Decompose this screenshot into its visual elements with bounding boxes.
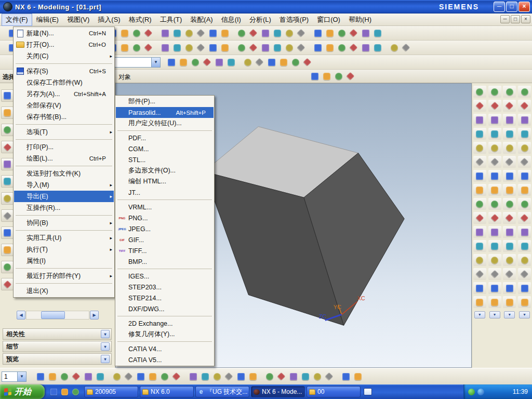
- toolbar-icon[interactable]: [183, 42, 195, 54]
- menubar-item[interactable]: 编辑(E): [32, 14, 63, 26]
- menu-item[interactable]: BMP...: [116, 256, 214, 267]
- menubar-item[interactable]: 分析(L): [245, 14, 275, 26]
- toolbar-icon[interactable]: [388, 42, 400, 54]
- navigator-section-header[interactable]: 细节▾: [3, 341, 112, 352]
- toolbar-icon[interactable]: [247, 42, 259, 54]
- toolbar-icon[interactable]: [1, 261, 14, 273]
- menu-item[interactable]: 全部保存(V): [14, 100, 114, 111]
- toolbar-icon[interactable]: [275, 370, 287, 382]
- menubar-item[interactable]: 格式(R): [125, 14, 156, 26]
- menu-item[interactable]: 新建(N)...Ctrl+N: [14, 28, 114, 39]
- toolbar-icon[interactable]: [142, 42, 154, 54]
- toolbar-icon[interactable]: [207, 42, 219, 54]
- toolbar-icon[interactable]: [195, 42, 207, 54]
- toolbar-icon[interactable]: [118, 27, 130, 39]
- toolbar-icon[interactable]: [488, 184, 501, 196]
- toolbar-icon[interactable]: [71, 387, 80, 396]
- toolbar-icon[interactable]: [123, 370, 135, 382]
- menu-item[interactable]: CATIA V4...: [116, 343, 214, 354]
- toolbar-icon[interactable]: [219, 27, 231, 39]
- task-button[interactable]: 00: [307, 386, 361, 397]
- menubar-item[interactable]: 视图(V): [63, 14, 94, 26]
- toolbar-icon[interactable]: [332, 70, 344, 82]
- menu-item[interactable]: 绘图(L)...Ctrl+P: [14, 153, 114, 164]
- toolbar-icon[interactable]: [225, 56, 237, 68]
- toolbar-icon[interactable]: [488, 212, 501, 224]
- toolbar-icon[interactable]: [488, 226, 501, 238]
- menu-item[interactable]: 多边形文件(O)...: [116, 165, 214, 176]
- toolbar-icon[interactable]: [271, 42, 283, 54]
- toolbar-icon[interactable]: [309, 70, 321, 82]
- menu-item[interactable]: 修复几何体(Y)...: [116, 329, 214, 340]
- toolbar-icon[interactable]: [503, 268, 516, 280]
- mdi-restore-button[interactable]: □: [511, 15, 520, 23]
- toolbar-icon[interactable]: [518, 100, 531, 112]
- toolbar-icon[interactable]: [34, 370, 46, 382]
- toolbar-icon[interactable]: [488, 114, 501, 126]
- menu-item[interactable]: 互操作(R)...: [14, 202, 114, 214]
- task-button[interactable]: NX 6.0: [140, 386, 194, 397]
- menu-item[interactable]: 属性(I): [14, 255, 114, 267]
- toolbar-icon[interactable]: [1, 227, 14, 239]
- toolbar-icon[interactable]: [503, 86, 516, 98]
- toolbar-icon[interactable]: [295, 27, 307, 39]
- toolbar-icon[interactable]: [473, 184, 486, 196]
- toolbar-icon[interactable]: [295, 42, 307, 54]
- toolbar-icon[interactable]: [49, 387, 58, 396]
- toolbar-icon[interactable]: [473, 142, 486, 154]
- toolbar-icon[interactable]: [165, 56, 177, 68]
- toolbar-icon[interactable]: [287, 370, 299, 382]
- toolbar-icon[interactable]: [503, 198, 516, 210]
- menu-item[interactable]: 部件(P)...: [116, 96, 214, 107]
- toolbar-icon[interactable]: [235, 370, 247, 382]
- toolbar-icon[interactable]: [263, 370, 275, 382]
- menu-item[interactable]: CATIA V5...: [116, 354, 214, 365]
- toolbar-icon[interactable]: [1, 141, 14, 153]
- toolbar-icon[interactable]: [518, 142, 531, 154]
- toolbar-overflow-icon[interactable]: ▾: [474, 311, 485, 318]
- toolbar-icon[interactable]: [299, 370, 311, 382]
- toolbar-icon[interactable]: [473, 100, 486, 112]
- toolbar-icon[interactable]: [1, 244, 14, 256]
- toolbar-icon[interactable]: [503, 296, 516, 308]
- toolbar-icon[interactable]: [518, 254, 531, 266]
- toolbar-icon[interactable]: [371, 42, 383, 54]
- menu-item[interactable]: STL...: [116, 154, 214, 165]
- menu-item[interactable]: 实用工具(U)▸: [14, 232, 114, 244]
- menubar-item[interactable]: 插入(S): [94, 14, 124, 26]
- toolbar-icon[interactable]: [277, 56, 289, 68]
- toolbar-icon[interactable]: [135, 370, 147, 382]
- toolbar-icon[interactable]: [60, 387, 69, 396]
- toolbar-icon[interactable]: [159, 27, 171, 39]
- toolbar-icon[interactable]: [324, 42, 336, 54]
- close-button[interactable]: ×: [518, 2, 530, 12]
- menu-item[interactable]: 选项(T)▸: [14, 126, 114, 138]
- menubar-item[interactable]: 工具(T): [156, 14, 187, 26]
- toolbar-icon[interactable]: [235, 42, 247, 54]
- toolbar-icon[interactable]: [518, 240, 531, 252]
- toolbar-icon[interactable]: [118, 42, 130, 54]
- toolbar-icon[interactable]: [473, 198, 486, 210]
- scroll-right-icon[interactable]: ▶: [90, 311, 99, 320]
- toolbar-icon[interactable]: [488, 170, 501, 182]
- task-button[interactable]: e『UG 技术交...: [195, 386, 249, 397]
- toolbar-icon[interactable]: [247, 27, 259, 39]
- menu-item[interactable]: 打印(P)...: [14, 141, 114, 153]
- navigator-section-header[interactable]: 预览▾: [3, 353, 112, 365]
- toolbar-icon[interactable]: [1, 192, 14, 205]
- toolbar-icon[interactable]: [58, 370, 70, 382]
- toolbar-icon[interactable]: [1, 107, 14, 119]
- toolbar-icon[interactable]: [518, 198, 531, 210]
- layer-combo[interactable]: 1 ▼: [2, 371, 26, 382]
- menu-item[interactable]: JT...: [116, 187, 214, 198]
- menubar-item[interactable]: 首选项(P): [275, 14, 313, 26]
- toolbar-icon[interactable]: [324, 27, 336, 39]
- menu-item[interactable]: 退出(X): [14, 285, 114, 297]
- menu-item[interactable]: 打开(O)...Ctrl+O: [14, 39, 114, 50]
- toolbar-icon[interactable]: [518, 296, 531, 308]
- minimize-button[interactable]: ─: [494, 2, 505, 12]
- toolbar-icon[interactable]: [473, 226, 486, 238]
- toolbar-icon[interactable]: [473, 240, 486, 252]
- start-button[interactable]: 开始: [0, 384, 45, 399]
- toolbar-icon[interactable]: [518, 128, 531, 140]
